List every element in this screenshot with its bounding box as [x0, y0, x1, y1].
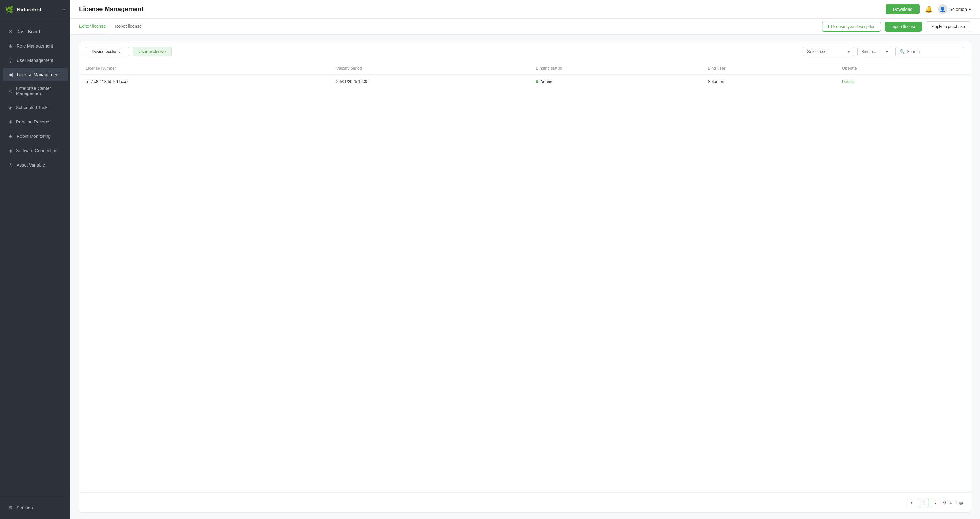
goto-label: Goto: [943, 500, 952, 505]
user-name: Solomon: [950, 7, 967, 12]
sidebar-label-robot: Robot Monitoring: [17, 134, 51, 139]
role-icon: ◉: [8, 43, 13, 49]
table-header: License Number Validity period Binding s…: [80, 62, 971, 75]
table-body: u-c4c8-413-559-11ccee 24/01/2025 14:35 B…: [80, 75, 971, 89]
settings-icon: ⚙: [8, 505, 13, 511]
binding-chevron: ▾: [886, 49, 888, 54]
topbar: License Management Download 🔔 👤 Solomon …: [70, 0, 980, 19]
cell-bind-user: Solomon: [701, 75, 835, 89]
col-binding-status: Binding status: [530, 62, 701, 75]
sidebar-logo: 🌿 Naturobot «: [0, 0, 70, 20]
sidebar-label-role: Role Management: [17, 43, 53, 48]
sidebar-label-user: User Management: [17, 58, 53, 63]
device-exclusive-button[interactable]: Device exclusive: [86, 46, 129, 56]
page-title: License Management: [79, 5, 143, 13]
main-area: License Management Download 🔔 👤 Solomon …: [70, 0, 980, 519]
tasks-icon: ◈: [8, 104, 12, 110]
sidebar-nav: ⊙ Dash Board ◉ Role Management ◎ User Ma…: [0, 20, 70, 496]
bound-dot: [536, 80, 538, 83]
sidebar-item-asset-variable[interactable]: ◎ Asset Variable: [3, 158, 68, 172]
bell-icon[interactable]: 🔔: [925, 5, 933, 13]
sidebar: 🌿 Naturobot « ⊙ Dash Board ◉ Role Manage…: [0, 0, 70, 519]
sidebar-footer: ⚙ Settings: [0, 496, 70, 519]
cell-validity-period: 24/01/2025 14:35: [330, 75, 530, 89]
tabs-left: Editor license Robot license: [79, 19, 151, 35]
cell-binding-status: Bound: [530, 75, 701, 89]
search-icon: 🔍: [900, 49, 905, 54]
avatar: 👤: [938, 5, 947, 14]
sidebar-item-scheduled-tasks[interactable]: ◈ Scheduled Tasks: [3, 100, 68, 114]
sidebar-item-dashboard[interactable]: ⊙ Dash Board: [3, 25, 68, 38]
sidebar-label-enterprise: Enterprise Center Management: [16, 86, 62, 96]
robot-icon: ◉: [8, 133, 13, 139]
app-name: Naturobot: [17, 7, 41, 13]
user-menu[interactable]: 👤 Solomon ▾: [938, 5, 971, 14]
sidebar-label-asset: Asset Variable: [17, 162, 45, 167]
content-area: Editor license Robot license ℹ License t…: [70, 19, 980, 519]
user-exclusive-button[interactable]: User exclusive: [133, 46, 172, 56]
sidebar-item-role-management[interactable]: ◉ Role Management: [3, 39, 68, 53]
collapse-icon[interactable]: «: [62, 7, 65, 13]
logo-icon: 🌿: [5, 6, 14, 14]
select-user-dropdown[interactable]: Select user ▾: [803, 46, 854, 56]
avatar-icon: 👤: [940, 7, 945, 12]
sidebar-item-license-management[interactable]: ▣ License Management: [3, 68, 68, 81]
bound-badge: Bound: [536, 80, 552, 84]
tabs-right: ℹ License type description Import licens…: [822, 21, 971, 32]
software-icon: ◈: [8, 147, 12, 153]
sidebar-label-license: License Management: [17, 72, 60, 77]
license-type-button[interactable]: ℹ License type description: [822, 22, 881, 32]
tab-robot-license[interactable]: Robot license: [115, 19, 142, 35]
page-label: Page: [955, 500, 964, 505]
search-box[interactable]: 🔍: [896, 46, 964, 56]
download-button[interactable]: Download: [886, 4, 920, 14]
sidebar-item-running-records[interactable]: ◈ Running Records: [3, 115, 68, 129]
sidebar-label-tasks: Scheduled Tasks: [16, 105, 50, 110]
details-link[interactable]: Details: [842, 79, 855, 84]
sidebar-label-records: Running Records: [16, 119, 50, 124]
operate-dash: -: [858, 79, 859, 84]
user-chevron: ▾: [969, 7, 971, 12]
filter-left: Device exclusive User exclusive: [86, 46, 172, 56]
col-license-number: License Number: [80, 62, 330, 75]
search-input[interactable]: [907, 49, 960, 54]
select-user-label: Select user: [807, 49, 828, 54]
info-icon: ℹ: [827, 24, 829, 29]
sidebar-item-user-management[interactable]: ◎ User Management: [3, 53, 68, 67]
binding-label: Bindin...: [861, 49, 877, 54]
topbar-actions: Download 🔔 👤 Solomon ▾: [886, 4, 971, 14]
records-icon: ◈: [8, 119, 12, 125]
tab-editor-license[interactable]: Editor license: [79, 19, 106, 35]
dashboard-icon: ⊙: [8, 29, 13, 35]
apply-purchase-button[interactable]: Apply to purchase: [926, 21, 971, 32]
sidebar-item-settings[interactable]: ⚙ Settings: [3, 501, 68, 514]
filter-right: Select user ▾ Bindin... ▾ 🔍: [803, 46, 964, 56]
sidebar-item-software-connection[interactable]: ◈ Software Connection: [3, 143, 68, 157]
enterprise-icon: △: [8, 88, 12, 94]
current-page: 1: [919, 498, 928, 507]
col-operate: Operate: [835, 62, 971, 75]
user-icon: ◎: [8, 57, 13, 63]
license-icon: ▣: [8, 72, 13, 78]
sidebar-item-robot-monitoring[interactable]: ◉ Robot Monitoring: [3, 129, 68, 143]
cell-license-number: u-c4c8-413-559-11ccee: [80, 75, 330, 89]
binding-status-dropdown[interactable]: Bindin... ▾: [857, 46, 892, 56]
sidebar-label-settings: Settings: [17, 505, 33, 510]
sidebar-item-enterprise[interactable]: △ Enterprise Center Management: [3, 82, 68, 100]
license-table: License Number Validity period Binding s…: [80, 62, 971, 89]
col-validity-period: Validity period: [330, 62, 530, 75]
select-user-chevron: ▾: [848, 49, 850, 54]
tabs-bar: Editor license Robot license ℹ License t…: [70, 19, 980, 35]
logo-inner: 🌿 Naturobot: [5, 6, 41, 14]
cell-operate: Details -: [835, 75, 971, 89]
pagination: ‹ 1 › Goto Page: [80, 492, 971, 512]
next-page-button[interactable]: ›: [931, 498, 940, 507]
sidebar-label-dashboard: Dash Board: [16, 29, 40, 34]
asset-icon: ◎: [8, 162, 13, 168]
import-license-button[interactable]: Import license: [885, 22, 922, 32]
table-row: u-c4c8-413-559-11ccee 24/01/2025 14:35 B…: [80, 75, 971, 89]
sidebar-label-software: Software Connection: [16, 148, 57, 153]
filter-bar: Device exclusive User exclusive Select u…: [80, 41, 971, 62]
bound-label: Bound: [540, 80, 552, 84]
prev-page-button[interactable]: ‹: [907, 498, 916, 507]
